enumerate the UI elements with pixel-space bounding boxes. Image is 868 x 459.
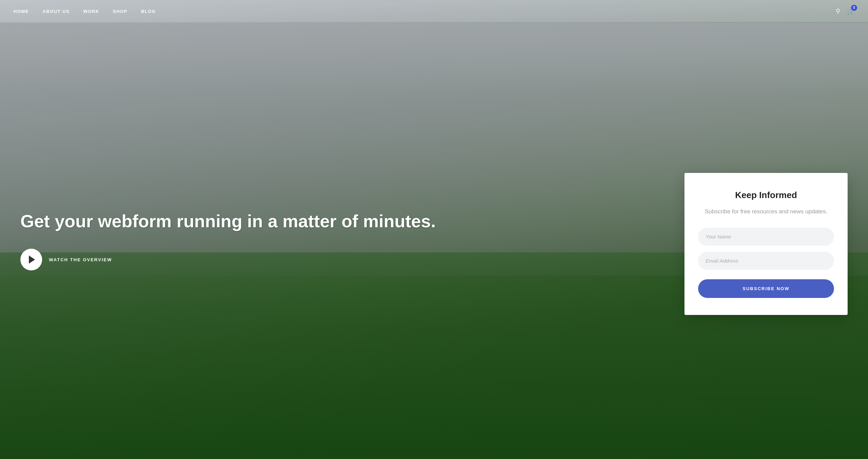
nav-link-home[interactable]: HOME [14, 9, 29, 14]
hero-content: Get your webform running in a matter of … [0, 22, 868, 459]
cart-button[interactable]: 🛒 0 [847, 7, 854, 15]
nav-link-blog[interactable]: BLOG [141, 9, 156, 14]
watch-btn-group: WATCH THE OVERVIEW [20, 249, 462, 270]
subscribe-button[interactable]: SUBSCRIBE NOW [698, 279, 834, 298]
nav-item-shop[interactable]: SHOP [113, 8, 127, 14]
nav-link-about[interactable]: ABOUT US [42, 9, 70, 14]
hero-headline: Get your webform running in a matter of … [20, 211, 462, 232]
nav-item-home[interactable]: HOME [14, 8, 29, 14]
hero-text: Get your webform running in a matter of … [20, 211, 475, 270]
subscribe-form-card: Keep Informed Subscribe for free resourc… [684, 173, 848, 315]
nav-link-work[interactable]: WORK [83, 9, 99, 14]
email-input[interactable] [698, 252, 834, 270]
form-title: Keep Informed [698, 190, 834, 200]
play-button[interactable] [20, 249, 42, 270]
search-icon: ⚲ [836, 8, 840, 15]
cart-badge: 0 [851, 5, 857, 11]
play-icon [29, 255, 35, 264]
nav-item-about[interactable]: ABOUT US [42, 8, 70, 14]
navbar: HOME ABOUT US WORK SHOP BLOG ⚲ 🛒 0 [0, 0, 868, 22]
watch-label: WATCH THE OVERVIEW [49, 257, 112, 262]
name-input[interactable] [698, 228, 834, 246]
nav-item-blog[interactable]: BLOG [141, 8, 156, 14]
search-button[interactable]: ⚲ [836, 7, 840, 15]
nav-link-shop[interactable]: SHOP [113, 9, 127, 14]
nav-links: HOME ABOUT US WORK SHOP BLOG [14, 8, 156, 14]
form-subtitle: Subscribe for free resources and news up… [698, 207, 834, 216]
nav-item-work[interactable]: WORK [83, 8, 99, 14]
nav-right: ⚲ 🛒 0 [836, 7, 854, 15]
